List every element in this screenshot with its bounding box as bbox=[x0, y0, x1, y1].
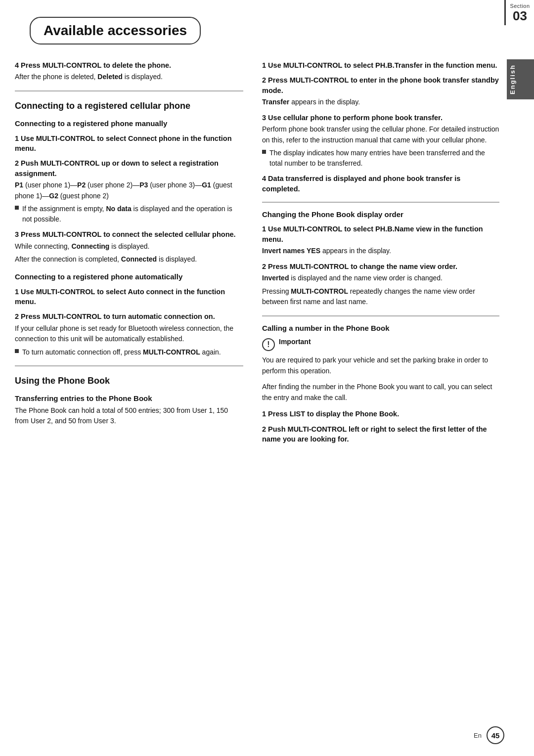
manually-step2-heading: 2 Push MULTI-CONTROL up or down to selec… bbox=[15, 158, 243, 178]
delete-step4-body: After the phone is deleted, Deleted is d… bbox=[15, 72, 243, 83]
delete-step4-heading: 4 Press MULTI-CONTROL to delete the phon… bbox=[15, 60, 243, 70]
page-title: Available accessories bbox=[30, 17, 201, 44]
phone-book-heading: Using the Phone Book bbox=[15, 375, 243, 387]
transferring-body: The Phone Book can hold a total of 500 e… bbox=[15, 405, 243, 427]
right-step4-heading: 4 Data transferred is displayed and phon… bbox=[262, 174, 499, 194]
divider-4 bbox=[262, 315, 499, 316]
english-label: English bbox=[507, 59, 534, 99]
calling-body: After finding the number in the Phone Bo… bbox=[262, 382, 499, 403]
right-step2-heading: 2 Press MULTI-CONTROL to enter in the ph… bbox=[262, 75, 499, 95]
calling-step2-heading: 2 Push MULTI-CONTROL left or right to se… bbox=[262, 424, 499, 445]
right-step3-body: Perform phone book transfer using the ce… bbox=[262, 124, 499, 145]
right-step3-heading: 3 Use cellular phone to perform phone bo… bbox=[262, 113, 499, 123]
display-step2-body2: Pressing MULTI-CONTROL repeatedly change… bbox=[262, 286, 499, 308]
manually-step1-heading: 1 Use MULTI-CONTROL to select Connect ph… bbox=[15, 133, 243, 154]
display-step1-heading: 1 Use MULTI-CONTROL to select PH.B.Name … bbox=[262, 224, 499, 244]
auto-step2-bullet: To turn automatic connection off, press … bbox=[15, 347, 243, 357]
auto-step1-heading: 1 Use MULTI-CONTROL to select Auto conne… bbox=[15, 287, 243, 307]
transferring-sub: Transferring entries to the Phone Book bbox=[15, 394, 243, 403]
display-step2-body1: Inverted is displayed and the name view … bbox=[262, 273, 499, 284]
right-step3-bullet: The display indicates how many entries h… bbox=[262, 148, 499, 169]
right-step2-body: Transfer appears in the display. bbox=[262, 97, 499, 108]
section-bar: Section 03 bbox=[504, 0, 534, 25]
page-number: 45 bbox=[487, 726, 504, 744]
manually-step2-bullet: If the assignment is empty, No data is d… bbox=[15, 204, 243, 224]
bullet-icon bbox=[15, 206, 19, 210]
left-column: 4 Press MULTI-CONTROL to delete the phon… bbox=[15, 55, 257, 445]
phone-book-display-heading: Changing the Phone Book display order bbox=[262, 210, 499, 220]
auto-step2-heading: 2 Press MULTI-CONTROL to turn automatic … bbox=[15, 311, 243, 321]
auto-step2-body: If your cellular phone is set ready for … bbox=[15, 323, 243, 345]
manually-step3-heading: 3 Press MULTI-CONTROL to connect the sel… bbox=[15, 229, 243, 239]
manually-sub: Connecting to a registered phone manuall… bbox=[15, 119, 243, 129]
lang-label: En bbox=[474, 732, 482, 739]
divider-2 bbox=[15, 365, 243, 366]
content-area: 4 Press MULTI-CONTROL to delete the phon… bbox=[0, 55, 534, 445]
right-step1-heading: 1 Use MULTI-CONTROL to select PH.B.Trans… bbox=[262, 60, 499, 70]
display-step2-heading: 2 Press MULTI-CONTROL to change the name… bbox=[262, 262, 499, 271]
bullet-icon-3 bbox=[262, 150, 266, 154]
svg-text:!: ! bbox=[267, 340, 269, 349]
important-body: You are required to park your vehicle an… bbox=[262, 355, 499, 376]
manually-step2-body: P1 (user phone 1)—P2 (user phone 2)—P3 (… bbox=[15, 180, 243, 201]
divider-3 bbox=[262, 202, 499, 203]
right-column: 1 Use MULTI-CONTROL to select PH.B.Trans… bbox=[257, 55, 524, 445]
bullet-icon-2 bbox=[15, 349, 19, 353]
automatically-sub: Connecting to a registered phone automat… bbox=[15, 272, 243, 282]
page-footer: En 45 bbox=[474, 726, 504, 744]
calling-step1-heading: 1 Press LIST to display the Phone Book. bbox=[262, 409, 499, 419]
section-number: 03 bbox=[506, 9, 534, 23]
important-box: ! Important bbox=[262, 338, 499, 351]
manually-step3-body2: After the connection is completed, Conne… bbox=[15, 254, 243, 265]
important-icon: ! bbox=[262, 338, 275, 351]
calling-heading: Calling a number in the Phone Book bbox=[262, 323, 499, 333]
display-step1-body: Invert names YES appears in the display. bbox=[262, 246, 499, 257]
manually-step3-body1: While connecting, Connecting is displaye… bbox=[15, 241, 243, 252]
important-label: Important bbox=[279, 338, 311, 346]
divider-1 bbox=[15, 90, 243, 91]
cellular-heading: Connecting to a registered cellular phon… bbox=[15, 100, 243, 112]
